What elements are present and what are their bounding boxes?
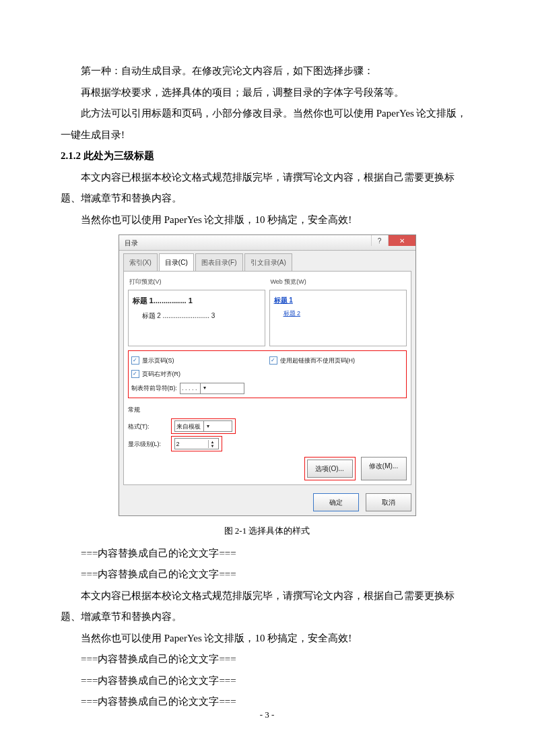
preview-link[interactable]: 标题 1 [274,293,402,307]
figure-dialog: 目录 ? ✕ 索引(X) 目录(C) 图表目录(F) 引文目录(A) 打印预览(… [61,234,473,516]
chevron-down-icon[interactable]: ▾ [203,421,212,433]
web-preview-label: Web 预览(W) [271,276,407,288]
format-combo[interactable]: 来自模板 ▾ [174,420,232,432]
combo-value: 来自模板 [176,420,201,433]
highlight-box: ✓显示页码(S) ✓页码右对齐(R) 制表符前导符(B): . . . . . … [128,350,407,398]
modify-button[interactable]: 修改(M)... [361,457,407,480]
tab-leader-label: 制表符前导符(B): [131,382,178,395]
print-preview-label: 打印预览(V) [129,276,265,288]
close-icon[interactable]: ✕ [388,235,415,246]
placeholder-line: ===内容替换成自己的论文文字=== [61,649,473,670]
toc-dialog: 目录 ? ✕ 索引(X) 目录(C) 图表目录(F) 引文目录(A) 打印预览(… [119,234,416,516]
tab-citations[interactable]: 引文目录(A) [244,253,292,271]
paragraph: 再根据学校要求，选择具体的项目；最后，调整目录的字体字号段落等。 [61,82,473,104]
paragraph: 此方法可以引用标题和页码，小部分修改目录。当然你也可以使用 PaperYes 论… [61,103,473,146]
ok-button[interactable]: 确定 [313,493,359,511]
preview-line: 标题 2 ......................... 3 [142,309,261,323]
tab-leader-combo[interactable]: . . . . . ▾ [180,383,244,394]
checkbox-label: 显示页码(S) [142,354,174,367]
checkbox-right-align[interactable]: ✓页码右对齐(R) [131,368,265,381]
paragraph: 当然你也可以使用 PaperYes 论文排版，10 秒搞定，安全高效! [61,210,473,231]
paragraph: 本文内容已根据本校论文格式规范排版完毕，请撰写论文内容，根据自己需要更换标题、增… [61,586,473,628]
placeholder-line: ===内容替换成自己的论文文字=== [61,543,473,565]
levels-label: 显示级别(L): [128,438,167,451]
help-icon[interactable]: ? [371,235,388,246]
tab-index[interactable]: 索引(X) [123,253,158,271]
paragraph: 第一种：自动生成目录。在修改完论文内容后，如下图选择步骤： [61,61,473,82]
options-button[interactable]: 选项(O)... [307,460,353,478]
tab-toc[interactable]: 目录(C) [159,253,194,271]
dialog-tabs: 索引(X) 目录(C) 图表目录(F) 引文目录(A) [119,251,415,271]
print-preview-box: 标题 1................ 1 标题 2 ............… [128,290,265,346]
checkbox-show-page[interactable]: ✓显示页码(S) [131,354,265,367]
dialog-title: 目录 [125,236,138,250]
checkbox-hyperlink[interactable]: ✓使用超链接而不使用页码(H) [269,354,403,367]
heading-level-3: 2.1.2 此处为三级标题 [61,146,473,167]
checkbox-label: 使用超链接而不使用页码(H) [280,354,356,367]
preview-link[interactable]: 标题 2 [283,307,402,320]
paragraph: 本文内容已根据本校论文格式规范排版完毕，请撰写论文内容，根据自己需要更换标题、增… [61,167,473,210]
tab-figures[interactable]: 图表目录(F) [195,253,243,271]
checkbox-label: 页码右对齐(R) [142,368,181,381]
web-preview-box: 标题 1 标题 2 [269,290,407,346]
combo-value: . . . . . [182,382,197,395]
placeholder-line: ===内容替换成自己的论文文字=== [61,670,473,692]
dialog-titlebar: 目录 ? ✕ [119,235,415,251]
format-label: 格式(T): [128,420,167,433]
general-heading: 常规 [128,404,407,416]
levels-spin[interactable]: 2 ▲▼ [174,438,219,449]
paragraph: 当然你也可以使用 PaperYes 论文排版，10 秒搞定，安全高效! [61,628,473,650]
placeholder-line: ===内容替换成自己的论文文字=== [61,564,473,586]
page-number: - 3 - [0,705,534,724]
preview-line: 标题 1................ 1 [133,293,261,309]
spin-value: 2 [176,438,180,451]
chevron-down-icon[interactable]: ▾ [200,383,209,394]
highlight-box: 选项(O)... [304,457,356,480]
figure-caption: 图 2-1 选择具体的样式 [61,522,473,540]
cancel-button[interactable]: 取消 [366,493,411,511]
